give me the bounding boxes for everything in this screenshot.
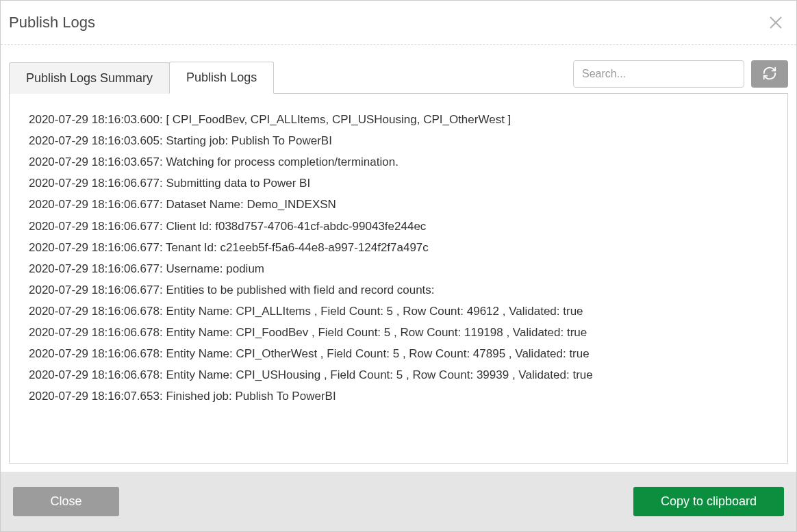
log-line: 2020-07-29 18:16:06.677: Tenant Id: c21e…	[29, 237, 768, 258]
dialog-header: Publish Logs	[1, 1, 796, 45]
log-line: 2020-07-29 18:16:06.677: Username: podiu…	[29, 258, 768, 279]
log-line: 2020-07-29 18:16:03.657: Watching for pr…	[29, 151, 768, 173]
log-line: 2020-07-29 18:16:06.678: Entity Name: CP…	[29, 322, 768, 343]
log-line: 2020-07-29 18:16:06.678: Entity Name: CP…	[29, 364, 768, 385]
copy-to-clipboard-button[interactable]: Copy to clipboard	[633, 487, 784, 516]
log-line: 2020-07-29 18:16:07.653: Finished job: P…	[29, 385, 768, 407]
publish-logs-dialog: Publish Logs Publish Logs Summary Publis…	[0, 0, 797, 532]
log-line: 2020-07-29 18:16:06.678: Entity Name: CP…	[29, 343, 768, 364]
log-line: 2020-07-29 18:16:03.605: Starting job: P…	[29, 130, 768, 151]
close-button[interactable]: Close	[13, 487, 119, 516]
log-line: 2020-07-29 18:16:06.677: Submitting data…	[29, 173, 768, 194]
log-line: 2020-07-29 18:16:06.677: Client Id: f038…	[29, 216, 768, 237]
search-input[interactable]	[573, 60, 744, 88]
tabs: Publish Logs Summary Publish Logs	[9, 62, 274, 93]
refresh-button[interactable]	[751, 60, 788, 88]
dialog-title: Publish Logs	[9, 14, 95, 31]
log-line: 2020-07-29 18:16:06.677: Entities to be …	[29, 279, 768, 301]
tab-publish-logs-summary[interactable]: Publish Logs Summary	[9, 62, 170, 94]
dialog-footer: Close Copy to clipboard	[1, 472, 796, 531]
controls-row: Publish Logs Summary Publish Logs	[9, 60, 788, 93]
tab-publish-logs[interactable]: Publish Logs	[169, 62, 274, 94]
close-icon[interactable]	[766, 13, 785, 32]
dialog-body: Publish Logs Summary Publish Logs	[1, 45, 796, 472]
log-line: 2020-07-29 18:16:03.600: [ CPI_FoodBev, …	[29, 109, 768, 130]
log-line: 2020-07-29 18:16:06.677: Dataset Name: D…	[29, 194, 768, 215]
log-panel[interactable]: 2020-07-29 18:16:03.600: [ CPI_FoodBev, …	[9, 93, 788, 464]
log-line: 2020-07-29 18:16:06.678: Entity Name: CP…	[29, 301, 768, 322]
refresh-icon	[762, 66, 777, 83]
right-controls	[573, 60, 788, 93]
